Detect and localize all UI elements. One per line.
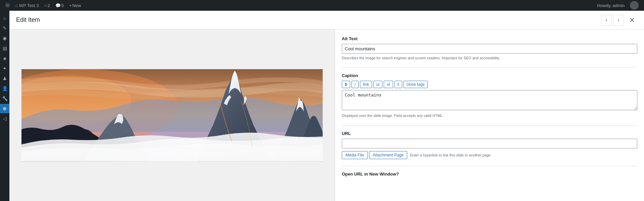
alt-text-description: Describes the image for search engines a…	[342, 56, 637, 61]
caption-ol-btn[interactable]: ol	[384, 81, 393, 88]
avatar-icon	[630, 1, 639, 10]
right-panel: Alt Text Describes the image for search …	[335, 29, 644, 201]
sidebar-icon-media[interactable]: ◉	[0, 34, 9, 43]
caption-link-btn[interactable]: link	[360, 81, 372, 88]
sidebar-icon-pages[interactable]: ▤	[0, 44, 9, 53]
alt-text-section: Alt Text Describes the image for search …	[342, 36, 637, 61]
howdy-text: Howdy, admin	[595, 3, 627, 8]
open-url-label: Open URL in New Window?	[342, 172, 637, 177]
caption-label: Caption	[342, 73, 637, 78]
modal-title: Edit Item	[16, 16, 601, 23]
comments-count: 0	[61, 3, 64, 8]
plus-icon: +	[69, 3, 72, 8]
url-input[interactable]	[342, 139, 637, 148]
modal-navigation: ‹ › ✕	[601, 15, 637, 25]
admin-bar-right: Howdy, admin	[595, 0, 641, 11]
chevron-left-icon: ‹	[605, 17, 607, 23]
modal-body: Alt Text Describes the image for search …	[9, 29, 644, 201]
updates-icon: ○	[44, 3, 47, 8]
close-icon: ✕	[629, 16, 635, 24]
divider-1	[342, 67, 637, 68]
alt-text-label: Alt Text	[342, 36, 637, 41]
sidebar-icon-plugins[interactable]: ♟	[0, 74, 9, 83]
caption-description: Displayed over the slide image. Field ac…	[342, 113, 637, 118]
media-file-button[interactable]: Media File	[342, 151, 368, 159]
alt-text-input[interactable]	[342, 44, 637, 54]
admin-sidebar: ⌂ ✎ ◉ ▤ ◈ ✦ ♟ 👤 🔧 ⊕ ◁	[0, 11, 9, 201]
url-label: URL	[342, 131, 637, 136]
updates-count: 2	[48, 3, 50, 8]
comments-icon: 💬	[55, 3, 61, 8]
site-name: WP Test 3	[19, 3, 39, 8]
caption-italic-btn[interactable]: i	[352, 81, 359, 88]
link-type-buttons: Media File Attachment Page Enter a hyper…	[342, 151, 637, 159]
main-area: Edit Item ‹ › ✕	[9, 11, 644, 201]
url-section: URL Media File Attachment Page Enter a h…	[342, 131, 637, 159]
attachment-page-button[interactable]: Attachment Page	[369, 151, 407, 159]
sidebar-icon-tools[interactable]: 🔧	[0, 94, 9, 103]
caption-li-btn[interactable]: li	[394, 81, 402, 88]
new-label: New	[72, 3, 81, 8]
updates-item[interactable]: ○ 2	[42, 0, 53, 11]
caption-bold-btn[interactable]: b	[342, 81, 350, 88]
url-description: Enter a hyperlink to link this slide to …	[410, 153, 491, 157]
new-item[interactable]: + New	[66, 0, 84, 11]
caption-section: Caption b i link ul ol li close tags Coo…	[342, 73, 637, 118]
edit-item-modal: Edit Item ‹ › ✕	[9, 11, 644, 201]
slide-image	[21, 66, 323, 164]
chevron-right-icon: ›	[618, 17, 619, 23]
sidebar-icon-settings[interactable]: ⊕	[0, 104, 9, 113]
divider-3	[342, 166, 637, 166]
open-url-section: Open URL in New Window?	[342, 172, 637, 177]
admin-bar: ⓦ ⌂ WP Test 3 ○ 2 💬 0 + New Howdy, admin	[0, 0, 644, 11]
sidebar-icon-comments[interactable]: ◈	[0, 54, 9, 63]
image-panel	[9, 29, 335, 201]
sidebar-icon-collapse[interactable]: ◁	[0, 114, 9, 123]
avatar-item[interactable]	[627, 0, 641, 11]
comments-item[interactable]: 💬 0	[53, 0, 66, 11]
caption-textarea[interactable]: Cool mountains	[342, 90, 637, 110]
caption-close-tags-btn[interactable]: close tags	[404, 81, 428, 88]
next-item-button[interactable]: ›	[613, 15, 624, 25]
prev-item-button[interactable]: ‹	[601, 15, 612, 25]
wp-logo-icon: ⓦ	[5, 2, 10, 8]
sidebar-icon-dashboard[interactable]: ⌂	[0, 13, 9, 23]
modal-header: Edit Item ‹ › ✕	[9, 11, 644, 29]
caption-ul-btn[interactable]: ul	[373, 81, 382, 88]
site-name-item[interactable]: ⌂ WP Test 3	[12, 0, 42, 11]
wp-logo-item[interactable]: ⓦ	[3, 0, 12, 11]
close-modal-button[interactable]: ✕	[627, 15, 637, 25]
mountain-svg	[21, 66, 323, 164]
home-icon: ⌂	[15, 3, 18, 8]
sidebar-icon-appearance[interactable]: ✦	[0, 64, 9, 73]
caption-toolbar: b i link ul ol li close tags	[342, 81, 637, 88]
sidebar-icon-users[interactable]: 👤	[0, 84, 9, 93]
sidebar-icon-posts[interactable]: ✎	[0, 23, 9, 33]
divider-2	[342, 125, 637, 126]
